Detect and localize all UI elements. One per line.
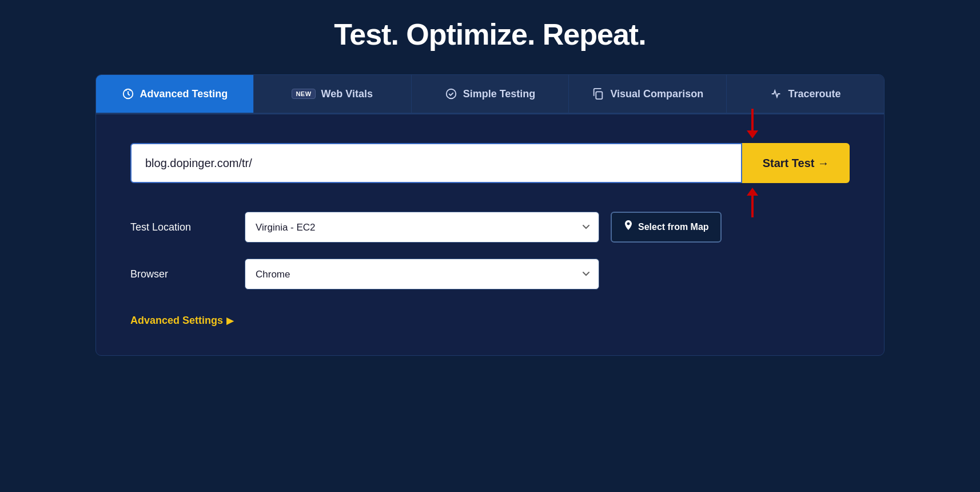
svg-point-1	[446, 89, 456, 99]
tabs-bar: Advanced Testing NEW Web Vitals Simple T…	[96, 75, 884, 114]
new-badge: NEW	[292, 89, 315, 99]
tab-web-vitals[interactable]: NEW Web Vitals	[254, 75, 412, 113]
test-location-select[interactable]: Virginia - EC2 London - EC2 Singapore - …	[245, 212, 599, 243]
main-card: Advanced Testing NEW Web Vitals Simple T…	[95, 74, 885, 356]
check-icon	[445, 88, 457, 100]
select-from-map-button[interactable]: Select from Map	[611, 212, 722, 243]
chevron-right-icon: ▶	[226, 315, 233, 326]
speed-icon	[122, 88, 134, 100]
tab-advanced-testing-label: Advanced Testing	[140, 88, 228, 100]
arrow-up-indicator	[751, 195, 754, 217]
browser-label: Browser	[130, 268, 233, 280]
map-pin-icon	[623, 220, 634, 235]
test-location-label: Test Location	[130, 221, 233, 233]
start-test-button[interactable]: Start Test →	[742, 143, 850, 183]
tab-traceroute-label: Traceroute	[788, 88, 841, 100]
route-icon	[770, 88, 783, 100]
advanced-settings-link[interactable]: Advanced Settings ▶	[130, 315, 233, 327]
browser-row: Browser Chrome Firefox Safari Edge	[130, 259, 850, 289]
tab-traceroute[interactable]: Traceroute	[727, 75, 884, 113]
test-location-row: Test Location Virginia - EC2 London - EC…	[130, 212, 850, 243]
browser-select[interactable]: Chrome Firefox Safari Edge	[245, 259, 599, 289]
svg-rect-2	[596, 92, 603, 99]
page-title: Test. Optimize. Repeat.	[334, 17, 646, 51]
tab-visual-comparison[interactable]: Visual Comparison	[569, 75, 727, 113]
tab-visual-comparison-label: Visual Comparison	[610, 88, 703, 100]
arrow-down-indicator	[751, 109, 754, 132]
card-body: Start Test → Test Location Virginia - EC…	[96, 114, 884, 355]
tab-simple-testing-label: Simple Testing	[463, 88, 536, 100]
url-row: Start Test →	[130, 143, 850, 183]
copy-icon	[592, 88, 604, 100]
url-input[interactable]	[130, 143, 742, 183]
select-from-map-label: Select from Map	[638, 222, 709, 232]
tab-web-vitals-label: Web Vitals	[321, 88, 373, 100]
tab-simple-testing[interactable]: Simple Testing	[412, 75, 569, 113]
advanced-settings-label: Advanced Settings	[130, 315, 223, 327]
tab-advanced-testing[interactable]: Advanced Testing	[96, 75, 254, 113]
